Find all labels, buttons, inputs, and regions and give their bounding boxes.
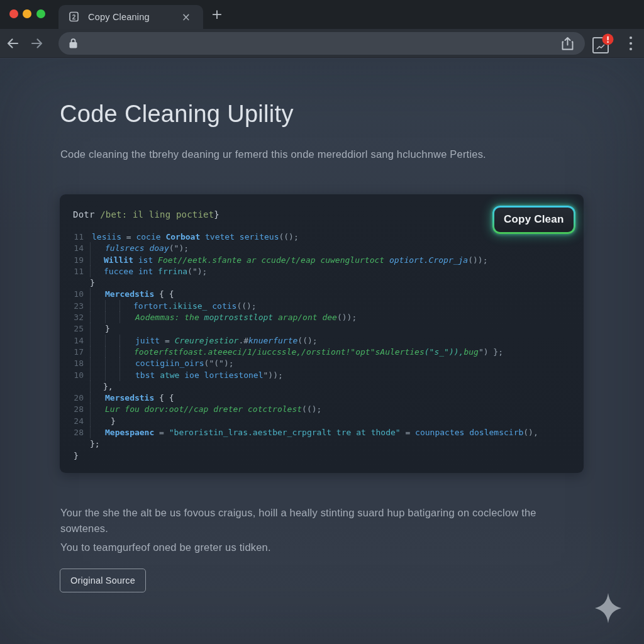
code-line: 10tbst atwe ioe lortiestonel")); bbox=[60, 370, 584, 381]
copy-clean-button-label: Copy Clean bbox=[494, 208, 574, 232]
code-line: }; bbox=[60, 438, 584, 450]
code-line: 11lesiis = cocie Corboat tvetet seriteus… bbox=[60, 231, 584, 243]
address-bar[interactable] bbox=[58, 32, 585, 55]
code-line: 17footerfstfoast.ateeeci/1/iuccssle,/ors… bbox=[60, 347, 584, 358]
code-line: } bbox=[60, 450, 584, 462]
code-line: 10Mercedstis { { bbox=[60, 289, 584, 300]
code-line: 18coctigiin_oirs("("); bbox=[60, 358, 584, 369]
lock-icon bbox=[69, 38, 77, 48]
page-content: Code Cleaning Upility Code cleaning the … bbox=[0, 58, 644, 644]
browser-tab[interactable]: 2 Copy Cleaning × bbox=[58, 5, 203, 29]
new-tab-button[interactable]: + bbox=[210, 8, 224, 21]
body-paragraph-1-line-2: sowtenes. bbox=[60, 523, 108, 534]
maximize-window-button[interactable] bbox=[36, 9, 45, 18]
forward-icon[interactable] bbox=[30, 36, 45, 51]
body-paragraph-2: You to teamgurfeof oned be greter us tid… bbox=[60, 541, 271, 553]
code-line: } bbox=[60, 277, 584, 289]
share-icon[interactable] bbox=[561, 36, 574, 50]
code-line: 14juitt = Creurejestior.#knuerfurte((); bbox=[60, 335, 584, 347]
tab-strip: 2 Copy Cleaning × + bbox=[0, 0, 644, 29]
code-line: }, bbox=[60, 381, 584, 392]
minimize-window-button[interactable] bbox=[23, 9, 31, 18]
page-title: Code Cleaning Upility bbox=[60, 101, 294, 128]
close-window-button[interactable] bbox=[9, 9, 18, 18]
code-block: Dotr /bet: il ling poctiet} Copy Clean 1… bbox=[60, 194, 584, 473]
code-line: 24} bbox=[60, 416, 584, 427]
notification-panel-icon[interactable] bbox=[592, 33, 614, 55]
code-line: 23fortort.ikiise_ cotis((); bbox=[60, 301, 584, 312]
code-line: 25} bbox=[60, 323, 584, 335]
sparkle-icon bbox=[592, 592, 625, 625]
code-header-comment: Dotr /bet: il ling poctiet} bbox=[73, 209, 219, 219]
svg-text:2: 2 bbox=[72, 14, 76, 21]
browser-menu-icon[interactable] bbox=[627, 35, 635, 52]
code-line: 11fuccee int frrina("); bbox=[60, 266, 584, 277]
code-line: 19Willit ist Foet//eetk.sfante ar ccude/… bbox=[60, 255, 584, 266]
code-line: 14fulsrecs doay("); bbox=[60, 243, 584, 254]
code-lines: 11lesiis = cocie Corboat tvetet seriteus… bbox=[60, 231, 584, 462]
tab-close-icon[interactable]: × bbox=[182, 12, 191, 23]
code-line: 28Lur fou dorv:oot//cap dreter cotctrole… bbox=[60, 404, 584, 415]
page-subtitle: Code cleaning the tbrehy deaning ur feme… bbox=[60, 148, 486, 160]
code-line: 28Mepespaenc = "beroristin_lras.aestber_… bbox=[60, 427, 584, 438]
body-paragraph-1-line-1: Your the she the alt be us fovous craigu… bbox=[60, 507, 536, 518]
code-line: 32Aodemmas: the moptroststlopt arap/ont … bbox=[60, 312, 584, 323]
tab-favicon-icon: 2 bbox=[69, 11, 80, 23]
browser-toolbar bbox=[0, 29, 644, 58]
copy-clean-button[interactable]: Copy Clean bbox=[492, 206, 575, 234]
body-paragraph-1: Your the she the alt be us fovous craigu… bbox=[60, 505, 536, 536]
back-icon[interactable] bbox=[5, 36, 20, 51]
tab-title: Copy Cleaning bbox=[88, 12, 182, 22]
original-source-button[interactable]: Original Source bbox=[60, 569, 146, 592]
code-line: 20Mersedstis { { bbox=[60, 392, 584, 404]
